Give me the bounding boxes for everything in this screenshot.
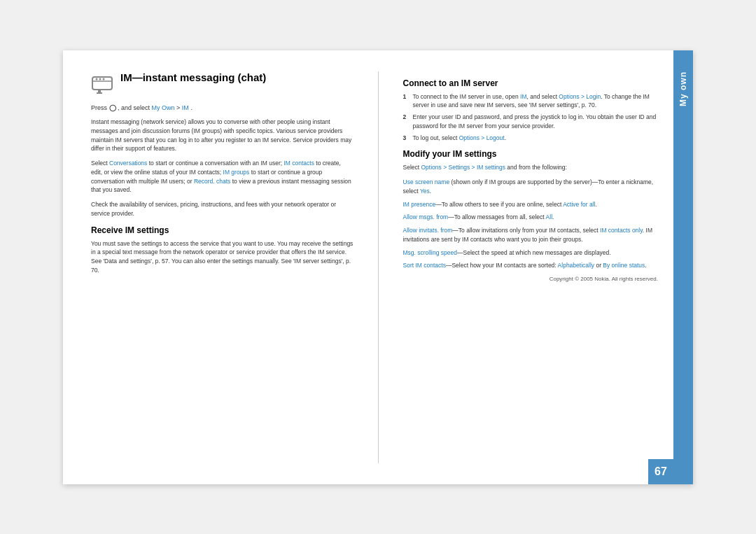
- link-active-for-all[interactable]: Active for all: [563, 201, 595, 208]
- link-im-open[interactable]: IM: [520, 93, 526, 100]
- modify-item-5: Msg. scrolling speed—Select the speed at…: [403, 248, 666, 258]
- body-para-2: Select Conversations to start or continu…: [91, 159, 354, 195]
- body-para-3: Check the availability of services, pric…: [91, 200, 354, 218]
- svg-point-5: [99, 78, 102, 80]
- nav-and-select: , and select: [118, 104, 152, 111]
- modify-section-title: Modify your IM settings: [403, 149, 666, 159]
- svg-point-6: [103, 78, 105, 80]
- link-im-contacts[interactable]: IM contacts: [284, 160, 314, 167]
- connect-section-title: Connect to an IM server: [403, 78, 666, 88]
- connect-steps-list: To connect to the IM server in use, open…: [403, 92, 666, 143]
- copyright-text: Copyright © 2005 Nokia. All rights reser…: [403, 276, 666, 282]
- nav-link-myown[interactable]: My Own: [152, 104, 175, 111]
- side-tab-label: My own: [678, 71, 688, 106]
- link-by-online-status[interactable]: By online status: [603, 262, 645, 269]
- main-content: IM—instant messaging (chat) Press ◯ , an…: [63, 50, 693, 484]
- modify-item-3: Allow msgs. from—To allow messages from …: [403, 213, 666, 222]
- nav-gt1: >: [176, 104, 182, 111]
- svg-rect-3: [97, 92, 102, 94]
- modify-item-2: IM presence—To allow others to see if yo…: [403, 200, 666, 209]
- link-options-settings[interactable]: Options > Settings > IM settings: [421, 164, 505, 171]
- left-column: IM—instant messaging (chat) Press ◯ , an…: [91, 71, 354, 463]
- link-yes[interactable]: Yes: [420, 188, 430, 195]
- body-para-1: Instant messaging (network service) allo…: [91, 118, 354, 153]
- two-column-layout: IM—instant messaging (chat) Press ◯ , an…: [91, 71, 665, 463]
- link-options-login[interactable]: Options > Login: [559, 93, 601, 100]
- right-column: Connect to an IM server To connect to th…: [403, 71, 666, 463]
- link-options-logout[interactable]: Options > Logout: [459, 134, 505, 141]
- link-record-chats[interactable]: Record. chats: [194, 178, 230, 185]
- side-tab: My own: [673, 50, 693, 484]
- svg-point-4: [96, 78, 98, 80]
- connect-step-3: To log out, select Options > Logout.: [403, 134, 666, 143]
- nav-press: Press: [91, 104, 109, 111]
- connect-step-1: To connect to the IM server in use, open…: [403, 92, 666, 111]
- svg-rect-2: [98, 90, 101, 92]
- column-divider: [378, 71, 379, 463]
- receive-section-body: You must save the settings to access the…: [91, 239, 354, 275]
- modify-items-list: Use screen name (shown only if IM groups…: [403, 178, 666, 270]
- receive-section-title: Receive IM settings: [91, 225, 354, 235]
- nav-period: .: [190, 104, 192, 111]
- svg-rect-0: [92, 77, 112, 90]
- modify-section-intro: Select Options > Settings > IM settings …: [403, 163, 666, 172]
- title-text: IM—instant messaging (chat): [120, 71, 266, 84]
- link-alphabetically[interactable]: Alphabetically: [558, 262, 594, 269]
- link-msg-scrolling-speed[interactable]: Msg. scrolling speed: [403, 249, 457, 256]
- link-im-presence[interactable]: IM presence: [403, 201, 436, 208]
- connect-step-2: Enter your user ID and password, and pre…: [403, 113, 666, 131]
- modify-item-6: Sort IM contacts—Select how your IM cont…: [403, 261, 666, 270]
- link-allow-invitats-from[interactable]: Allow invitats. from: [403, 227, 453, 234]
- link-conversations[interactable]: Conversations: [109, 160, 147, 167]
- title-section: IM—instant messaging (chat): [91, 71, 354, 95]
- link-use-screen-name[interactable]: Use screen name: [403, 178, 450, 185]
- link-sort-im-contacts[interactable]: Sort IM contacts: [403, 262, 446, 269]
- page: My own 67: [63, 50, 693, 484]
- modify-item-4: Allow invitats. from—To allow invitation…: [403, 226, 666, 244]
- link-im-contacts-only[interactable]: IM contacts only: [600, 227, 643, 234]
- link-im-groups[interactable]: IM groups: [223, 169, 250, 176]
- modify-item-1: Use screen name (shown only if IM groups…: [403, 178, 666, 196]
- link-all[interactable]: All: [546, 213, 552, 220]
- link-allow-msgs-from[interactable]: Allow msgs. from: [403, 213, 449, 220]
- nav-key-symbol: ◯: [109, 104, 116, 111]
- im-icon: [91, 73, 113, 95]
- nav-link-im[interactable]: IM: [182, 104, 189, 111]
- intro-nav: Press ◯ , and select My Own > IM .: [91, 104, 354, 113]
- page-number: 67: [648, 459, 673, 484]
- page-title: IM—instant messaging (chat): [120, 71, 266, 84]
